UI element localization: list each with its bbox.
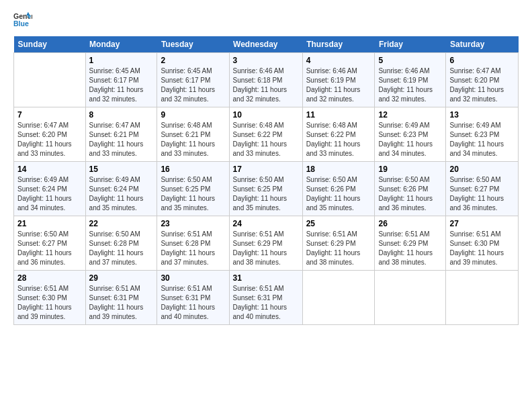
- calendar-cell: 8 Sunrise: 6:47 AMSunset: 6:21 PMDayligh…: [85, 107, 157, 162]
- sunrise-info: Sunrise: 6:51 AMSunset: 6:30 PMDaylight:…: [449, 230, 504, 266]
- day-number: 31: [233, 273, 299, 283]
- calendar-cell: 22 Sunrise: 6:50 AMSunset: 6:28 PMDaylig…: [85, 216, 157, 271]
- day-number: 14: [17, 165, 82, 174]
- sunrise-info: Sunrise: 6:45 AMSunset: 6:17 PMDaylight:…: [161, 67, 215, 103]
- day-number: 10: [233, 110, 299, 120]
- sunrise-info: Sunrise: 6:47 AMSunset: 6:20 PMDaylight:…: [449, 67, 504, 103]
- calendar-cell: 6 Sunrise: 6:47 AMSunset: 6:20 PMDayligh…: [446, 53, 519, 107]
- day-number: 30: [161, 273, 225, 283]
- calendar-cell: 10 Sunrise: 6:48 AMSunset: 6:22 PMDaylig…: [229, 107, 302, 162]
- col-header-monday: Monday: [85, 36, 157, 53]
- sunrise-info: Sunrise: 6:50 AMSunset: 6:26 PMDaylight:…: [306, 176, 361, 212]
- sunrise-info: Sunrise: 6:50 AMSunset: 6:28 PMDaylight:…: [89, 230, 144, 266]
- day-number: 24: [233, 219, 299, 228]
- calendar-cell: 19 Sunrise: 6:50 AMSunset: 6:26 PMDaylig…: [375, 162, 446, 216]
- day-number: 8: [89, 110, 154, 120]
- calendar-cell: 16 Sunrise: 6:50 AMSunset: 6:25 PMDaylig…: [157, 162, 229, 216]
- week-row-3: 14 Sunrise: 6:49 AMSunset: 6:24 PMDaylig…: [14, 162, 519, 216]
- day-number: 18: [306, 165, 371, 174]
- logo-icon: General Blue: [13, 11, 32, 30]
- calendar-cell: 25 Sunrise: 6:51 AMSunset: 6:29 PMDaylig…: [302, 216, 375, 271]
- calendar-cell: 11 Sunrise: 6:48 AMSunset: 6:22 PMDaylig…: [302, 107, 375, 162]
- day-number: 13: [449, 110, 515, 120]
- day-number: 5: [378, 56, 442, 65]
- sunrise-info: Sunrise: 6:46 AMSunset: 6:18 PMDaylight:…: [233, 67, 287, 103]
- sunrise-info: Sunrise: 6:51 AMSunset: 6:29 PMDaylight:…: [378, 230, 433, 266]
- sunrise-info: Sunrise: 6:51 AMSunset: 6:29 PMDaylight:…: [233, 230, 287, 266]
- day-number: 16: [161, 165, 225, 174]
- calendar-cell: 15 Sunrise: 6:49 AMSunset: 6:24 PMDaylig…: [85, 162, 157, 216]
- col-header-tuesday: Tuesday: [157, 36, 229, 53]
- day-number: 4: [306, 56, 371, 65]
- week-row-2: 7 Sunrise: 6:47 AMSunset: 6:20 PMDayligh…: [14, 107, 519, 162]
- sunrise-info: Sunrise: 6:47 AMSunset: 6:20 PMDaylight:…: [17, 122, 72, 157]
- header-row: SundayMondayTuesdayWednesdayThursdayFrid…: [14, 36, 519, 53]
- sunrise-info: Sunrise: 6:50 AMSunset: 6:27 PMDaylight:…: [449, 176, 504, 212]
- week-row-5: 28 Sunrise: 6:51 AMSunset: 6:30 PMDaylig…: [14, 271, 519, 325]
- calendar-cell: 31 Sunrise: 6:51 AMSunset: 6:31 PMDaylig…: [229, 271, 302, 325]
- calendar-cell: 9 Sunrise: 6:48 AMSunset: 6:21 PMDayligh…: [157, 107, 229, 162]
- col-header-saturday: Saturday: [446, 36, 519, 53]
- sunrise-info: Sunrise: 6:51 AMSunset: 6:31 PMDaylight:…: [233, 285, 287, 320]
- day-number: 17: [233, 165, 299, 174]
- header: General Blue: [13, 11, 519, 30]
- calendar-cell: 30 Sunrise: 6:51 AMSunset: 6:31 PMDaylig…: [157, 271, 229, 325]
- day-number: 15: [89, 165, 154, 174]
- sunrise-info: Sunrise: 6:51 AMSunset: 6:31 PMDaylight:…: [89, 285, 144, 320]
- calendar-cell: 12 Sunrise: 6:49 AMSunset: 6:23 PMDaylig…: [375, 107, 446, 162]
- col-header-thursday: Thursday: [302, 36, 375, 53]
- sunrise-info: Sunrise: 6:46 AMSunset: 6:19 PMDaylight:…: [306, 67, 361, 103]
- col-header-friday: Friday: [375, 36, 446, 53]
- calendar-cell: 28 Sunrise: 6:51 AMSunset: 6:30 PMDaylig…: [14, 271, 86, 325]
- calendar-cell: 17 Sunrise: 6:50 AMSunset: 6:25 PMDaylig…: [229, 162, 302, 216]
- day-number: 1: [89, 56, 154, 65]
- sunrise-info: Sunrise: 6:50 AMSunset: 6:25 PMDaylight:…: [161, 176, 215, 212]
- calendar-cell: 24 Sunrise: 6:51 AMSunset: 6:29 PMDaylig…: [229, 216, 302, 271]
- sunrise-info: Sunrise: 6:49 AMSunset: 6:23 PMDaylight:…: [378, 122, 433, 157]
- sunrise-info: Sunrise: 6:51 AMSunset: 6:30 PMDaylight:…: [17, 285, 72, 320]
- sunrise-info: Sunrise: 6:49 AMSunset: 6:24 PMDaylight:…: [89, 176, 144, 212]
- sunrise-info: Sunrise: 6:50 AMSunset: 6:25 PMDaylight:…: [233, 176, 287, 212]
- day-number: 23: [161, 219, 225, 228]
- day-number: 21: [17, 219, 82, 228]
- sunrise-info: Sunrise: 6:47 AMSunset: 6:21 PMDaylight:…: [89, 122, 144, 157]
- day-number: 11: [306, 110, 371, 120]
- calendar-cell: 26 Sunrise: 6:51 AMSunset: 6:29 PMDaylig…: [375, 216, 446, 271]
- logo: General Blue: [13, 11, 35, 30]
- calendar-cell: [446, 271, 519, 325]
- calendar-cell: 27 Sunrise: 6:51 AMSunset: 6:30 PMDaylig…: [446, 216, 519, 271]
- calendar-cell: 7 Sunrise: 6:47 AMSunset: 6:20 PMDayligh…: [14, 107, 86, 162]
- sunrise-info: Sunrise: 6:51 AMSunset: 6:28 PMDaylight:…: [161, 230, 215, 266]
- sunrise-info: Sunrise: 6:49 AMSunset: 6:24 PMDaylight:…: [17, 176, 72, 212]
- day-number: 20: [449, 165, 515, 174]
- calendar-cell: 4 Sunrise: 6:46 AMSunset: 6:19 PMDayligh…: [302, 53, 375, 107]
- calendar-cell: [302, 271, 375, 325]
- day-number: 22: [89, 219, 154, 228]
- day-number: 7: [17, 110, 82, 120]
- day-number: 6: [449, 56, 515, 65]
- calendar-cell: 20 Sunrise: 6:50 AMSunset: 6:27 PMDaylig…: [446, 162, 519, 216]
- day-number: 19: [378, 165, 442, 174]
- sunrise-info: Sunrise: 6:46 AMSunset: 6:19 PMDaylight:…: [378, 67, 433, 103]
- sunrise-info: Sunrise: 6:48 AMSunset: 6:21 PMDaylight:…: [161, 122, 215, 157]
- calendar-cell: 1 Sunrise: 6:45 AMSunset: 6:17 PMDayligh…: [85, 53, 157, 107]
- week-row-1: 1 Sunrise: 6:45 AMSunset: 6:17 PMDayligh…: [14, 53, 519, 107]
- calendar-cell: 29 Sunrise: 6:51 AMSunset: 6:31 PMDaylig…: [85, 271, 157, 325]
- day-number: 2: [161, 56, 225, 65]
- calendar-cell: 5 Sunrise: 6:46 AMSunset: 6:19 PMDayligh…: [375, 53, 446, 107]
- calendar-table: SundayMondayTuesdayWednesdayThursdayFrid…: [13, 36, 519, 325]
- sunrise-info: Sunrise: 6:48 AMSunset: 6:22 PMDaylight:…: [306, 122, 361, 157]
- sunrise-info: Sunrise: 6:51 AMSunset: 6:29 PMDaylight:…: [306, 230, 361, 266]
- day-number: 25: [306, 219, 371, 228]
- day-number: 9: [161, 110, 225, 120]
- day-number: 28: [17, 273, 82, 283]
- sunrise-info: Sunrise: 6:50 AMSunset: 6:26 PMDaylight:…: [378, 176, 433, 212]
- week-row-4: 21 Sunrise: 6:50 AMSunset: 6:27 PMDaylig…: [14, 216, 519, 271]
- calendar-cell: 23 Sunrise: 6:51 AMSunset: 6:28 PMDaylig…: [157, 216, 229, 271]
- calendar-page: General Blue SundayMondayTuesdayWednesda…: [0, 0, 532, 411]
- svg-text:Blue: Blue: [13, 19, 29, 28]
- day-number: 27: [449, 219, 515, 228]
- calendar-cell: 21 Sunrise: 6:50 AMSunset: 6:27 PMDaylig…: [14, 216, 86, 271]
- calendar-cell: 3 Sunrise: 6:46 AMSunset: 6:18 PMDayligh…: [229, 53, 302, 107]
- day-number: 26: [378, 219, 442, 228]
